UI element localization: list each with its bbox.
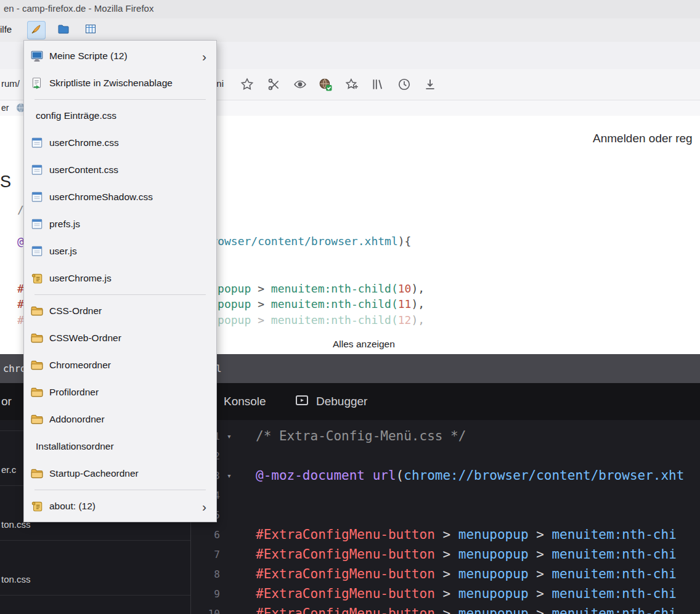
code-token: > <box>435 586 458 601</box>
code-token: > <box>529 606 552 614</box>
code-token: chrome://browser/content/browser.xht <box>404 468 684 483</box>
devtools-tab-or[interactable]: or <box>1 383 12 420</box>
code-token: > <box>529 547 552 562</box>
code-token: menupopup <box>458 586 529 601</box>
chevron-right-icon: › <box>202 500 206 513</box>
fold-arrow-icon[interactable]: ▾ <box>220 471 238 480</box>
menu-separator <box>35 490 206 490</box>
code-text: #ExtraConfigMenu-button > menupopup > me… <box>238 567 677 581</box>
show-all-link[interactable]: Alles anzeigen <box>333 339 395 350</box>
code-token: #ExtraConfigMenu-button <box>256 547 435 562</box>
signin-link[interactable]: Anmelden oder reg <box>593 132 693 145</box>
menu-item[interactable]: userChrome.js <box>24 265 216 292</box>
library-icon[interactable] <box>371 78 385 91</box>
grid-window-button[interactable] <box>81 21 100 39</box>
code-text: #ExtraConfigMenu-button > menupopup > me… <box>238 547 677 562</box>
editor-line: 10#ExtraConfigMenu-button > menupopup > … <box>192 604 700 614</box>
file-icon <box>30 217 44 231</box>
file-icon <box>30 136 44 150</box>
code-token: :nth-chi <box>614 547 677 562</box>
devtools-tab-label: Konsole <box>224 395 266 408</box>
globe-check-extension-icon[interactable] <box>319 78 332 91</box>
menu-item[interactable]: CSS-Ordner <box>24 297 216 325</box>
menu-item[interactable]: Meine Scripte (12)› <box>24 42 216 70</box>
line-number: 6 <box>192 529 220 541</box>
code-text: #ExtraConfigMenu-button > menupopup > me… <box>238 527 677 542</box>
menu-item[interactable]: CSSWeb-Ordner <box>24 325 216 352</box>
devtools-tab-debugger[interactable]: Debugger <box>295 383 367 420</box>
window-titlebar[interactable]: en - camp-firefox.de - Mozilla Firefox <box>0 0 700 18</box>
help-menu-label[interactable]: ilfe <box>0 24 12 34</box>
code-token: ){ <box>398 235 412 248</box>
menu-item-label: config Einträge.css <box>36 110 116 121</box>
code-token: menupopup <box>458 606 529 614</box>
stylesheet-name: ton.css <box>1 574 31 584</box>
code-token: :nth-chi <box>614 567 677 581</box>
history-clock-icon[interactable] <box>397 78 411 91</box>
code-token: > <box>529 527 552 542</box>
menu-item[interactable]: about: (12)› <box>24 493 216 520</box>
menu-bar: ilfe <box>0 18 700 42</box>
menu-item[interactable]: user.js <box>24 238 216 265</box>
blue-folder-button[interactable] <box>54 21 73 39</box>
blue-folder-icon <box>57 23 70 38</box>
code-text: @-moz-document url(chrome://browser/cont… <box>238 468 684 483</box>
quill-script-button[interactable] <box>27 21 46 39</box>
menu-item[interactable]: userContent.css <box>24 156 216 184</box>
code-token: menuitem <box>551 567 614 581</box>
code-token: #ExtraConfigMenu-button <box>256 567 435 581</box>
bookmark-item-label[interactable]: er <box>1 103 9 113</box>
code-text: /* Extra-Config-Menü.css */ <box>238 429 466 443</box>
menu-item[interactable]: Installationsordner <box>24 433 216 460</box>
code-token: /* Extra-Config-Menü.css */ <box>256 429 466 443</box>
code-token: menupopup <box>458 567 529 581</box>
script-icon <box>30 499 44 513</box>
editor-line: 1▾/* Extra-Config-Menü.css */ <box>192 426 700 446</box>
window-title: en - camp-firefox.de - Mozilla Firefox <box>4 3 153 14</box>
page-heading-fragment: S <box>0 172 11 192</box>
code-token: ), <box>411 313 425 326</box>
menu-item[interactable]: Addonordner <box>24 406 216 433</box>
menu-item[interactable]: Startup-Cacheordner <box>24 460 216 487</box>
code-token: > <box>435 606 458 614</box>
stylesheet-list-item[interactable]: ton.css <box>0 541 190 596</box>
clipboard-icon <box>30 76 44 90</box>
code-token: menuitem <box>551 606 614 614</box>
menu-item-label: Meine Scripte (12) <box>49 50 128 62</box>
code-token: ( <box>396 468 404 483</box>
code-token: > <box>529 567 552 581</box>
code-token: > <box>435 567 458 581</box>
menu-item[interactable]: Skriptliste in Zwischenablage <box>24 70 216 97</box>
menu-item[interactable]: prefs.js <box>24 211 216 238</box>
devtools-tab-label: Debugger <box>316 395 367 408</box>
style-editor-source[interactable]: 1▾/* Extra-Config-Menü.css */23▾@-moz-do… <box>192 420 700 614</box>
menu-item-label: CSSWeb-Ordner <box>49 333 121 344</box>
line-number: 9 <box>192 588 220 600</box>
fold-arrow-icon[interactable]: ▾ <box>220 432 238 441</box>
menu-item[interactable]: Profilordner <box>24 379 216 406</box>
grid-window-icon <box>84 23 97 38</box>
menu-item-label: userChrome.js <box>49 273 112 284</box>
editor-line: 7#ExtraConfigMenu-button > menupopup > m… <box>192 544 700 564</box>
menu-item-label: Addonordner <box>49 414 105 425</box>
line-number: 10 <box>192 608 220 614</box>
star-plus-extension-icon[interactable] <box>345 78 359 91</box>
urlbar-text-fragment-left: rum/ <box>1 78 20 89</box>
code-token: > <box>251 313 271 326</box>
menu-item-label: user.js <box>49 246 77 257</box>
bookmark-star-icon[interactable] <box>240 78 254 91</box>
computer-icon <box>30 49 44 63</box>
code-token: menuitem <box>271 282 325 295</box>
scissors-extension-icon[interactable] <box>267 78 281 91</box>
folder-icon <box>30 467 44 480</box>
code-token: menupopup <box>458 527 529 542</box>
file-icon <box>30 190 44 204</box>
file-icon <box>30 163 44 177</box>
menu-item[interactable]: Chromeordner <box>24 352 216 379</box>
menu-item[interactable]: userChrome.css <box>24 129 216 156</box>
code-token: menuitem <box>271 297 325 310</box>
menu-item[interactable]: userChromeShadow.css <box>24 184 216 211</box>
download-icon[interactable] <box>423 78 437 91</box>
eye-extension-icon[interactable] <box>293 78 307 91</box>
menu-item[interactable]: config Einträge.css <box>24 102 216 129</box>
